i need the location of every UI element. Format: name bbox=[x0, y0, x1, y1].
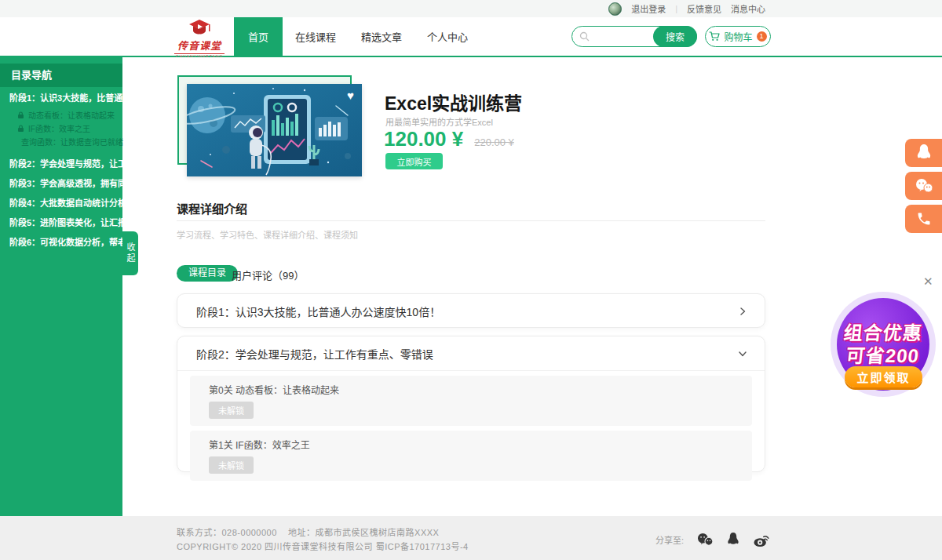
nav-item-articles[interactable]: 精选文章 bbox=[349, 17, 414, 56]
share-label: 分享至: bbox=[655, 533, 684, 546]
float-phone-button[interactable] bbox=[905, 205, 942, 233]
feedback-link[interactable]: 反馈意见 bbox=[687, 2, 721, 15]
footer-share: 分享至: bbox=[655, 532, 770, 547]
chevron-right-icon bbox=[738, 307, 747, 316]
footer: 联系方式：028-0000000 地址：成都市武侯区槐树店南路XXXX COPY… bbox=[0, 516, 942, 560]
shopping-cart-icon bbox=[709, 31, 720, 42]
share-qq-icon[interactable] bbox=[726, 532, 740, 547]
search-bar: 搜索 bbox=[571, 26, 697, 47]
section-divider bbox=[177, 220, 765, 221]
promo-line-2: 可省200 bbox=[845, 344, 921, 367]
footer-contact: 联系方式：028-0000000 bbox=[177, 528, 277, 537]
lesson-locked-badge: 未解锁 bbox=[209, 456, 254, 474]
sidebar-stage-5-label: 阶段5：进阶图表美化，让汇报一... bbox=[9, 216, 142, 228]
course-subtitle: 用最简单实用的方式学Excel bbox=[385, 115, 493, 128]
lock-icon bbox=[17, 125, 24, 133]
sidebar-title: 目录导航 bbox=[0, 64, 122, 87]
main-nav: 首页 在线课程 精选文章 个人中心 bbox=[234, 17, 480, 56]
header: 传音课堂 CHUANYINKETANG 首页 在线课程 精选文章 个人中心 搜索… bbox=[0, 17, 942, 57]
course-title: Excel实战训练营 bbox=[385, 89, 522, 115]
stage-2-header[interactable]: 阶段2：学会处理与规范，让工作有重点、零错误 bbox=[177, 336, 765, 371]
share-weibo-icon[interactable] bbox=[753, 533, 770, 547]
messages-link[interactable]: 消息中心 bbox=[731, 2, 765, 15]
tab-course-catalog[interactable]: 课程目录 bbox=[177, 265, 238, 282]
lesson-title: 第1关 IF函数：效率之王 bbox=[209, 438, 733, 451]
sidebar-stage-3[interactable]: 阶段3：学会高级透视，拥有同时... bbox=[0, 173, 122, 192]
sidebar-stage-5[interactable]: 阶段5：进阶图表美化，让汇报一... bbox=[0, 212, 122, 231]
sidebar-stage-6[interactable]: 阶段6：可视化数据分析，帮老板... bbox=[0, 231, 122, 251]
collapse-label: 收起 bbox=[124, 242, 137, 264]
sidebar-stage-3-label: 阶段3：学会高级透视，拥有同时... bbox=[9, 176, 142, 189]
search-icon bbox=[579, 31, 590, 42]
promo-close-icon[interactable]: ✕ bbox=[923, 275, 933, 289]
sidebar-lesson-item[interactable]: IF函数：效率之王 bbox=[0, 122, 122, 135]
sidebar-stage-4[interactable]: 阶段4：大批数据自动统计分析，... bbox=[0, 192, 122, 212]
course-cover-illustration bbox=[187, 84, 362, 176]
heart-icon[interactable]: ♥ bbox=[347, 89, 354, 102]
current-price: 120.00 ¥ bbox=[384, 127, 463, 151]
sidebar-lesson-label: 查询函数：让数据查询已就绪 bbox=[21, 136, 123, 147]
nav-item-profile[interactable]: 个人中心 bbox=[414, 17, 480, 56]
float-wechat-button[interactable] bbox=[905, 172, 942, 200]
share-wechat-icon[interactable] bbox=[696, 533, 714, 547]
lesson-locked-badge: 未解锁 bbox=[209, 402, 254, 419]
qq-penguin-icon bbox=[915, 144, 933, 162]
sidebar-stage-2-label: 阶段2：学会处理与规范，让工作... bbox=[9, 157, 142, 169]
stage-1-title: 阶段1：认识3大技能，比普通人办公速度快10倍！ bbox=[196, 304, 440, 319]
logo[interactable]: 传音课堂 CHUANYINKETANG bbox=[174, 20, 225, 59]
logo-graduation-cap-icon bbox=[186, 20, 213, 38]
tab-user-comments[interactable]: 用户评论（99） bbox=[232, 267, 304, 282]
logout-link[interactable]: 退出登录 bbox=[631, 2, 666, 15]
sidebar-lesson-item[interactable]: 动态看板：让表格动起来 bbox=[0, 108, 122, 122]
sidebar-stage-1-label: 阶段1：认识3大技能，比普通人... bbox=[9, 91, 138, 104]
sidebar-collapse-button[interactable]: 收起 bbox=[122, 231, 138, 275]
lesson-row[interactable]: 第0关 动态看板：让表格动起来 未解锁 bbox=[190, 376, 752, 426]
stage-2-card: 阶段2：学会处理与规范，让工作有重点、零错误 第0关 动态看板：让表格动起来 未… bbox=[177, 336, 765, 472]
page: 退出登录 | 反馈意见 消息中心 传音课堂 CHUANYINKETANG 首页 … bbox=[0, 0, 942, 560]
sidebar-lesson-label: IF函数：效率之王 bbox=[28, 122, 90, 134]
catalog-sidebar: 目录导航 阶段1：认识3大技能，比普通人... 动态看板：让表格动起来 IF函数… bbox=[0, 57, 122, 516]
footer-contact-line: 联系方式：028-0000000 地址：成都市武侯区槐树店南路XXXX bbox=[177, 525, 439, 538]
lesson-row[interactable]: 第1关 IF函数：效率之王 未解锁 bbox=[190, 431, 752, 481]
sidebar-stage-4-label: 阶段4：大批数据自动统计分析，... bbox=[9, 196, 142, 209]
stage-1-card: 阶段1：认识3大技能，比普通人办公速度快10倍！ bbox=[177, 293, 765, 328]
stage-2-title: 阶段2：学会处理与规范，让工作有重点、零错误 bbox=[196, 346, 433, 362]
wechat-icon bbox=[915, 178, 933, 194]
topbar-right: 退出登录 | 反馈意见 消息中心 bbox=[608, 0, 765, 17]
lock-icon bbox=[17, 111, 24, 119]
lesson-title: 第0关 动态看板：让表格动起来 bbox=[209, 383, 733, 396]
detail-section-title: 课程详细介绍 bbox=[177, 200, 247, 216]
promo-line-1: 组合优惠 bbox=[842, 322, 923, 344]
topbar-divider: | bbox=[675, 4, 677, 13]
stage-1-header[interactable]: 阶段1：认识3大技能，比普通人办公速度快10倍！ bbox=[177, 294, 765, 329]
course-cover-image[interactable]: ♥ bbox=[187, 84, 362, 176]
phone-icon bbox=[916, 211, 932, 227]
sidebar-stage-1[interactable]: 阶段1：认识3大技能，比普通人... bbox=[0, 87, 122, 107]
logo-title: 传音课堂 bbox=[177, 40, 221, 52]
user-avatar[interactable] bbox=[608, 2, 622, 16]
footer-copyright: COPYRIGHT© 2020 四川传音课堂科技有限公司 蜀ICP备170177… bbox=[177, 540, 469, 552]
sidebar-stage-1-children: 动态看板：让表格动起来 IF函数：效率之王 查询函数：让数据查询已就绪 bbox=[0, 108, 122, 148]
promo-claim-button[interactable]: 立即领取 bbox=[845, 366, 922, 387]
chevron-down-icon bbox=[738, 349, 747, 358]
cart-label: 购物车 bbox=[724, 30, 752, 43]
sidebar-lesson-item[interactable]: 查询函数：让数据查询已就绪 bbox=[0, 135, 122, 148]
buy-now-button[interactable]: 立即购买 bbox=[385, 153, 443, 169]
footer-address: 地址：成都市武侯区槐树店南路XXXX bbox=[288, 528, 439, 537]
cart-count-badge: 1 bbox=[757, 31, 767, 42]
price-row: 120.00 ¥ 220.00 ¥ bbox=[384, 127, 514, 151]
nav-item-courses[interactable]: 在线课程 bbox=[283, 17, 349, 56]
cart-button[interactable]: 购物车 1 bbox=[705, 26, 771, 47]
search-button[interactable]: 搜索 bbox=[653, 26, 697, 47]
sidebar-lesson-label: 动态看板：让表格动起来 bbox=[28, 109, 115, 121]
topbar: 退出登录 | 反馈意见 消息中心 bbox=[0, 0, 942, 17]
original-price: 220.00 ¥ bbox=[474, 136, 514, 148]
detail-summary: 学习流程、学习特色、课程详细介绍、课程须知 bbox=[177, 228, 358, 241]
nav-item-home[interactable]: 首页 bbox=[234, 17, 283, 56]
sidebar-stage-2[interactable]: 阶段2：学会处理与规范，让工作... bbox=[0, 153, 122, 173]
float-qq-button[interactable] bbox=[905, 139, 942, 167]
